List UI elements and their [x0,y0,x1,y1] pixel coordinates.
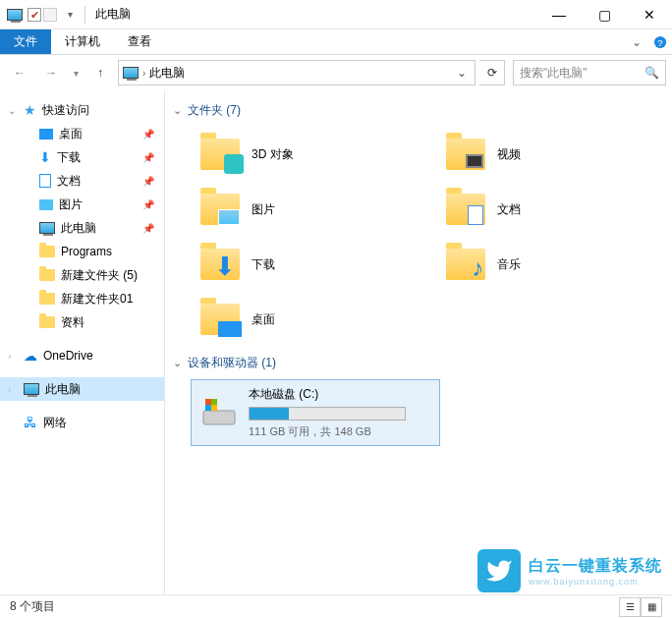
sidebar-item-thispc[interactable]: 此电脑📌 [0,216,164,240]
chevron-down-icon[interactable]: ⌄ [173,104,182,117]
chevron-down-icon[interactable]: ⌄ [173,357,182,369]
folder-label: 下载 [252,256,275,273]
search-icon[interactable]: 🔍 [644,66,659,80]
folder-3dobjects[interactable]: 3D 对象 [173,127,419,182]
navigation-bar: ← → ▾ ↑ › 此电脑 ⌄ ⟳ 搜索"此电脑" 🔍 [0,55,672,90]
sidebar: ⌄ ★ 快速访问 桌面📌 ⬇下载📌 文档📌 图片📌 此电脑📌 Programs … [0,90,165,594]
qat-dropdown-icon[interactable]: ▾ [59,4,81,26]
checkbox-icon[interactable]: ✔ [28,8,41,22]
quick-access-toolbar: ✔ ▾ [0,4,81,26]
search-input[interactable]: 搜索"此电脑" 🔍 [513,60,666,85]
address-dropdown-icon[interactable]: ⌄ [453,66,471,80]
folder-label: 3D 对象 [252,146,294,163]
pc-icon [4,4,26,26]
placeholder-icon[interactable] [43,8,57,22]
sidebar-item-programs[interactable]: Programs [0,240,164,263]
sidebar-item-documents[interactable]: 文档📌 [0,169,164,193]
close-button[interactable]: ✕ [627,0,672,29]
window-buttons: — ▢ ✕ [536,0,672,29]
folder-desktop[interactable]: 桌面 [173,292,419,347]
sidebar-item-newfolder01[interactable]: 新建文件夹01 [0,287,164,310]
back-button[interactable]: ← [6,59,33,86]
pc-icon [39,222,55,234]
sidebar-thispc[interactable]: ›此电脑 [0,377,164,401]
sidebar-item-label: 网络 [43,415,67,431]
svg-rect-5 [205,399,211,405]
tab-file[interactable]: 文件 [0,29,51,54]
folder-label: 文档 [497,201,521,218]
svg-rect-8 [211,405,217,411]
tab-view[interactable]: 查看 [114,29,165,54]
sidebar-item-pictures[interactable]: 图片📌 [0,193,164,216]
sidebar-item-label: 此电脑 [61,220,96,237]
sidebar-item-newfolder5[interactable]: 新建文件夹 (5) [0,263,164,287]
svg-text:?: ? [657,36,662,47]
drive-icon [199,393,239,432]
group-header-drives[interactable]: ⌄ 设备和驱动器 (1) [173,355,672,371]
network-icon: 🖧 [24,415,37,430]
watermark-text: 白云一键重装系统 www.baiyunxitong.com [529,556,662,587]
separator [84,6,85,24]
up-button[interactable]: ↑ [86,59,114,86]
group-header-folders[interactable]: ⌄ 文件夹 (7) [173,102,672,119]
refresh-button[interactable]: ⟳ [479,60,505,85]
video-icon [444,133,487,176]
document-icon [444,188,487,231]
folder-downloads[interactable]: ⬇下载 [173,237,419,292]
details-view-button[interactable]: ☰ [619,597,641,617]
pin-icon: 📌 [142,129,154,140]
sidebar-item-label: 下载 [57,149,81,166]
drive-name: 本地磁盘 (C:) [249,386,431,403]
music-icon: ♪ [444,243,487,286]
address-bar[interactable]: › 此电脑 ⌄ [118,60,476,85]
recent-dropdown-icon[interactable]: ▾ [69,59,83,86]
drive-info: 本地磁盘 (C:) 111 GB 可用，共 148 GB [249,386,431,439]
sidebar-item-label: 资料 [61,314,84,331]
download-icon: ⬇ [198,243,242,286]
breadcrumb-location[interactable]: 此电脑 [149,65,185,82]
chevron-right-icon[interactable]: › [8,351,11,362]
ribbon-tabs: 文件 计算机 查看 ⌄ ? [0,29,672,55]
folder-documents[interactable]: 文档 [419,182,664,237]
folder-music[interactable]: ♪音乐 [419,237,664,292]
sidebar-label: 快速访问 [42,102,89,119]
pin-icon: 📌 [142,152,154,163]
forward-button[interactable]: → [37,59,65,86]
svg-rect-7 [205,405,211,411]
folder-videos[interactable]: 视频 [419,127,664,182]
folder-pictures[interactable]: 图片 [173,182,419,237]
pc-icon [24,383,39,395]
ribbon-expand-icon[interactable]: ⌄ [625,29,648,54]
folder-icon [39,269,55,281]
view-mode-buttons: ☰ ▦ [619,597,662,617]
sidebar-item-desktop[interactable]: 桌面📌 [0,122,164,145]
desktop-icon [39,129,53,140]
icons-view-button[interactable]: ▦ [641,597,662,617]
sidebar-onedrive[interactable]: ›☁OneDrive [0,344,164,367]
tab-computer[interactable]: 计算机 [51,29,114,54]
sidebar-item-label: 桌面 [59,126,83,142]
sidebar-item-ziliao[interactable]: 资料 [0,310,164,334]
document-icon [39,174,51,188]
drive-c[interactable]: 本地磁盘 (C:) 111 GB 可用，共 148 GB [191,379,440,446]
chevron-down-icon[interactable]: ⌄ [8,105,16,116]
watermark-line2: www.baiyunxitong.com [529,577,662,587]
window-title: 此电脑 [95,6,131,23]
sidebar-quick-access[interactable]: ⌄ ★ 快速访问 [0,98,164,122]
chevron-right-icon[interactable]: › [142,68,145,79]
sidebar-network[interactable]: 🖧网络 [0,411,164,434]
cloud-icon: ☁ [24,348,37,364]
help-icon[interactable]: ? [648,29,672,54]
drive-status: 111 GB 可用，共 148 GB [249,424,431,439]
maximize-button[interactable]: ▢ [582,0,627,29]
breadcrumb[interactable]: › 此电脑 [123,65,185,82]
sidebar-item-downloads[interactable]: ⬇下载📌 [0,145,164,169]
sidebar-item-label: OneDrive [43,349,93,363]
svg-rect-6 [211,399,217,405]
minimize-button[interactable]: — [536,0,582,29]
sidebar-item-label: 文档 [57,173,81,190]
main-area: ⌄ ★ 快速访问 桌面📌 ⬇下载📌 文档📌 图片📌 此电脑📌 Programs … [0,90,672,594]
chevron-right-icon[interactable]: › [8,384,11,395]
folder-label: 图片 [252,201,275,218]
sidebar-item-label: 图片 [59,197,83,213]
